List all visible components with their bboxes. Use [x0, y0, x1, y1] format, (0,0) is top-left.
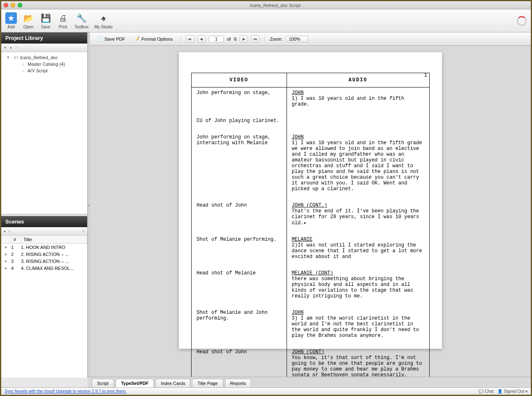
page-input[interactable] [209, 36, 224, 42]
wrench-icon: 🔧 [76, 12, 87, 24]
video-cell: Shot of Melanie performing. [192, 234, 287, 262]
disclosure-triangle-icon[interactable]: ▸ [1, 265, 11, 271]
next-page-button[interactable]: ▶ [240, 35, 248, 43]
toolbox-button[interactable]: 🔧 Toolbox [74, 12, 88, 29]
tag-icon: 🏷 [13, 55, 19, 60]
video-cell: Head shot of John [192, 347, 287, 378]
zoom-window-button[interactable] [18, 3, 22, 7]
audio-cell: JOHN (CONT)You know, it's that sort of t… [287, 347, 429, 378]
format-icon: 📝 [134, 36, 140, 41]
tree-root[interactable]: ▾ 🏷 Icaris_Refried_doc [1, 54, 87, 61]
dialogue-text: 3) I am not the worst clarinetist in the… [292, 315, 424, 338]
prev-page-button[interactable]: ◀ [197, 35, 206, 43]
audio-cell: MELANIE (CONT)there was something about … [287, 268, 429, 302]
scenes-header: Scenes [1, 216, 87, 227]
loading-spinner [517, 16, 527, 26]
zoom-label: Zoom: [270, 37, 282, 41]
scenes-close-button[interactable]: × [82, 228, 85, 234]
scene-row[interactable]: ▸44. CLIMAX AND RESOL... [1, 265, 87, 272]
scenes-columns: # Title [1, 236, 87, 244]
audio-cell: JOHN1) I was 10 years old and in the fif… [287, 87, 429, 110]
scenes-map-button[interactable]: ▫ [9, 228, 10, 234]
disclosure-triangle-icon[interactable]: ▸ [1, 244, 11, 250]
chat-button[interactable]: 💬 Chat [479, 389, 493, 394]
tree-item-av-script[interactable]: ▫ A/V Script [1, 67, 87, 74]
main-toolbar: ★ Add 📂 Open 💾 Save 🖨 Print 🔧 Toolbox ♠ … [1, 9, 531, 32]
bottom-tabs: ScriptTypeSet/PDFIndex CardsTitle PageRe… [88, 377, 531, 387]
video-cell: CU of John playing clarinet. [192, 115, 287, 126]
tab-typeset-pdf[interactable]: TypeSet/PDF [116, 379, 154, 387]
audio-cell: JOHN1) I was 10 years old and in the fif… [287, 132, 429, 194]
content-toolbar: 📄 Save PDF 📝 Format Options ⏮ ◀ of 6 ▶ ⏭… [90, 32, 531, 46]
document-viewer[interactable]: 1 VIDEO AUDIO John performing on stage,J… [90, 46, 531, 378]
audio-cell: JOHN3) I am not the worst clarinetist in… [287, 307, 429, 341]
close-window-button[interactable] [4, 3, 8, 7]
scenes-view-button[interactable]: ▪ [4, 228, 5, 234]
speaker-label: JOHN (CONT) [292, 349, 424, 355]
tab-reports[interactable]: Reports [225, 379, 252, 387]
audio-cell: JOHN (CONT.)That's the end of it. I've b… [287, 200, 429, 228]
statusbar: Sync Novels with the cloud! Upgrade to v… [1, 387, 531, 395]
folder-icon: 📂 [23, 12, 34, 24]
script-table: VIDEO AUDIO John performing on stage,JOH… [191, 73, 430, 378]
add-item-button[interactable]: + [4, 45, 7, 51]
save-button[interactable]: 💾 Save [40, 12, 51, 29]
video-column-header: VIDEO [192, 73, 287, 87]
audio-cell [287, 115, 429, 126]
video-cell: Shot of Melanie and John performing. [192, 307, 287, 341]
folder-button[interactable]: ▪ [10, 45, 12, 51]
tab-index-cards[interactable]: Index Cards [155, 379, 190, 387]
zoom-select[interactable]: 100% [286, 36, 308, 42]
open-button[interactable]: 📂 Open [23, 12, 34, 29]
audio-column-header: AUDIO [287, 73, 429, 87]
dialogue-text: 1) I was 10 years old and in the fifth g… [292, 140, 424, 192]
document-icon: ▫ [20, 62, 26, 67]
scenes-toolbar: ▪ ▫ × [1, 227, 87, 236]
speaker-label: MELANIE (CONT) [292, 270, 424, 276]
audio-cell: MELANIE2)It was not until I started expl… [287, 234, 429, 262]
format-options-button[interactable]: 📝 Format Options [131, 35, 176, 43]
page-of-label: of [227, 37, 231, 41]
speaker-label: MELANIE [292, 237, 424, 242]
status-message[interactable]: Sync Novels with the cloud! Upgrade to v… [5, 389, 127, 394]
save-pdf-button[interactable]: 📄 Save PDF [94, 35, 128, 43]
tab-title-page[interactable]: Title Page [192, 379, 223, 387]
project-tree: ▾ 🏷 Icaris_Refried_doc ▫ Master Catalog … [1, 52, 87, 76]
last-page-button[interactable]: ⏭ [251, 35, 259, 43]
tree-item-master-catalog[interactable]: ▫ Master Catalog (4) [1, 61, 87, 67]
scenes-col-num[interactable]: # [11, 236, 21, 243]
scene-row[interactable]: ▸11. HOOK AND INTRO [1, 244, 87, 251]
dialogue-text: You know, it's that sort of thing. I'm n… [292, 355, 424, 378]
disclosure-triangle-icon[interactable]: ▸ [1, 251, 11, 257]
speaker-label: JOHN [292, 90, 424, 96]
document-icon: ▫ [20, 68, 26, 73]
video-cell: Head shot of John [192, 200, 287, 228]
scenes-col-title[interactable]: Title [21, 236, 87, 243]
disk-icon: 💾 [40, 12, 51, 24]
add-button[interactable]: ★ Add [5, 12, 17, 29]
page-total: 6 [234, 37, 236, 41]
page-number: 1 [424, 73, 427, 78]
delete-item-button[interactable]: × [15, 45, 18, 51]
first-page-button[interactable]: ⏮ [186, 35, 194, 43]
project-library-toolbar: + ▪ × [1, 44, 87, 52]
printer-icon: 🖨 [57, 12, 69, 24]
speaker-label: JOHN (CONT.) [292, 203, 424, 208]
pdf-icon: 📄 [97, 36, 103, 41]
disclosure-triangle-icon[interactable]: ▾ [5, 55, 11, 60]
video-cell: John performing on stage, [192, 87, 287, 110]
my-studio-button[interactable]: ♠ My Studio [94, 12, 112, 29]
scenes-list: ▸11. HOOK AND INTRO▸22. RISING ACTION --… [1, 244, 87, 272]
video-cell: Head shot of Melanie [192, 268, 287, 302]
tab-script[interactable]: Script [92, 379, 114, 387]
project-library-header: Project Library [1, 32, 87, 44]
window-title: Icaris_Refried_doc Script [22, 3, 528, 8]
print-button[interactable]: 🖨 Print [57, 12, 69, 29]
scene-row[interactable]: ▸22. RISING ACTION -- ... [1, 251, 87, 258]
scene-row[interactable]: ▸33. RISING ACTION -- ... [1, 258, 87, 265]
disclosure-triangle-icon[interactable]: ▸ [1, 258, 11, 264]
signed-out-menu[interactable]: 👤 Signed Out ▾ [497, 389, 527, 394]
dialogue-text: there was something about bringing the p… [292, 276, 424, 299]
titlebar: Icaris_Refried_doc Script [1, 1, 531, 9]
minimize-window-button[interactable] [11, 3, 15, 7]
